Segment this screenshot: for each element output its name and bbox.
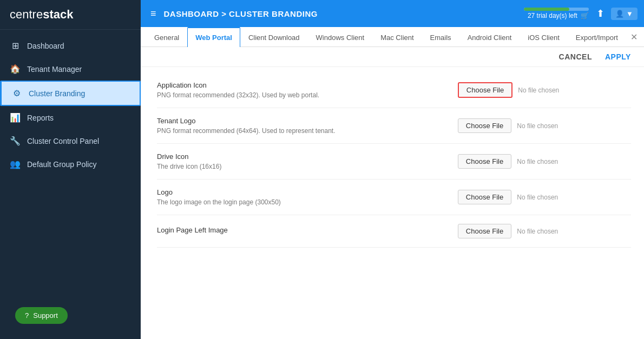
drive-icon-choose-file-button[interactable]: Choose File (458, 154, 511, 169)
topbar-icons: ⬆ 👤 ▼ (596, 8, 638, 20)
trial-info: 27 trial day(s) left 🛒 (524, 8, 589, 19)
sidebar-nav: ⊞ Dashboard 🏠 Tenant Manager ⚙ Cluster B… (0, 30, 141, 292)
sidebar-label-dashboard: Dashboard (27, 42, 64, 50)
login-image-choose-file-button[interactable]: Choose File (458, 224, 511, 238)
sidebar-label-cluster-branding: Cluster Branding (29, 89, 85, 98)
form-row-tenant-logo: Tenant Logo PNG format recommended (64x6… (157, 108, 631, 144)
tab-general[interactable]: General (146, 28, 187, 47)
tenant-logo-desc: PNG format recommended (64x64). Used to … (157, 127, 447, 135)
apply-button[interactable]: APPLY (605, 52, 631, 61)
user-avatar-icon: 👤 (615, 10, 624, 18)
topbar: ≡ DASHBOARD > CLUSTER BRANDING 27 trial … (141, 0, 644, 27)
reports-icon: 📊 (10, 112, 21, 123)
drive-icon-desc: The drive icon (16x16) (157, 163, 447, 170)
logo-no-file: No file chosen (517, 194, 558, 201)
content-area: Application Icon PNG format recommended … (141, 67, 644, 339)
support-label: Support (33, 311, 58, 320)
application-icon-control: Choose File No file chosen (458, 82, 631, 98)
drive-icon-info: Drive Icon The drive icon (16x16) (157, 152, 447, 170)
logo-info: Logo The logo image on the login page (3… (157, 188, 447, 206)
logo: centrestack (0, 0, 141, 30)
drive-icon-label: Drive Icon (157, 152, 447, 161)
dashboard-icon: ⊞ (10, 41, 21, 51)
tab-ios-client[interactable]: iOS Client (520, 28, 568, 47)
question-icon: ? (25, 311, 29, 320)
action-bar: CANCEL APPLY (141, 47, 644, 67)
logo-label: Logo (157, 188, 447, 196)
tab-client-download[interactable]: Client Download (240, 28, 308, 47)
tenant-logo-no-file: No file chosen (517, 122, 558, 130)
tenant-logo-label: Tenant Logo (157, 117, 447, 125)
form-row-application-icon: Application Icon PNG format recommended … (157, 72, 631, 108)
sidebar: centrestack ⊞ Dashboard 🏠 Tenant Manager… (0, 0, 141, 339)
sidebar-item-default-group-policy[interactable]: 👥 Default Group Policy (0, 152, 141, 176)
tab-windows-client[interactable]: Windows Client (308, 28, 373, 47)
logo-choose-file-button[interactable]: Choose File (458, 190, 511, 204)
tabs-bar: General Web Portal Client Download Windo… (141, 27, 644, 47)
logo-prefix: centre (10, 8, 43, 21)
tenant-icon: 🏠 (10, 64, 21, 74)
control-icon: 🔧 (10, 136, 21, 146)
application-icon-label: Application Icon (157, 81, 447, 89)
sidebar-label-group-policy: Default Group Policy (27, 160, 96, 169)
form-row-logo: Logo The logo image on the login page (3… (157, 180, 631, 215)
application-icon-choose-file-button[interactable]: Choose File (458, 82, 512, 98)
login-image-label: Login Page Left Image (157, 226, 447, 234)
menu-icon[interactable]: ≡ (150, 8, 156, 19)
application-icon-desc: PNG format recommended (32x32). Used by … (157, 91, 447, 99)
sidebar-support: ? Support (6, 298, 134, 333)
trial-progress-bar (524, 8, 589, 11)
sidebar-item-cluster-branding[interactable]: ⚙ Cluster Branding (0, 81, 141, 106)
sidebar-label-cluster-control: Cluster Control Panel (27, 137, 99, 145)
drive-icon-no-file: No file chosen (517, 158, 558, 165)
tab-web-portal[interactable]: Web Portal (187, 27, 240, 47)
form-row-drive-icon: Drive Icon The drive icon (16x16) Choose… (157, 144, 631, 180)
sidebar-label-reports: Reports (27, 114, 54, 122)
tab-android-client[interactable]: Android Client (459, 28, 520, 47)
tenant-logo-control: Choose File No file chosen (458, 118, 631, 133)
sidebar-item-tenant-manager[interactable]: 🏠 Tenant Manager (0, 57, 141, 81)
user-chevron-icon: ▼ (626, 10, 633, 18)
tab-emails[interactable]: Emails (422, 28, 459, 47)
cancel-button[interactable]: CANCEL (559, 52, 592, 61)
sidebar-label-tenant-manager: Tenant Manager (27, 65, 82, 74)
sidebar-item-cluster-control[interactable]: 🔧 Cluster Control Panel (0, 129, 141, 152)
tab-mac-client[interactable]: Mac Client (372, 28, 422, 47)
login-image-no-file: No file chosen (517, 228, 558, 235)
sidebar-item-dashboard[interactable]: ⊞ Dashboard (0, 34, 141, 57)
application-icon-info: Application Icon PNG format recommended … (157, 81, 447, 99)
tenant-logo-choose-file-button[interactable]: Choose File (458, 118, 511, 133)
content-inner: Application Icon PNG format recommended … (141, 67, 644, 258)
group-policy-icon: 👥 (10, 159, 21, 169)
trial-text: 27 trial day(s) left 🛒 (528, 12, 589, 19)
form-row-login-page-left-image: Login Page Left Image Choose File No fil… (157, 215, 631, 248)
login-image-control: Choose File No file chosen (458, 224, 631, 238)
drive-icon-control: Choose File No file chosen (458, 154, 631, 169)
logo-suffix: stack (43, 8, 73, 21)
support-button[interactable]: ? Support (15, 307, 68, 324)
login-image-info: Login Page Left Image (157, 226, 447, 236)
cart-icon[interactable]: 🛒 (581, 12, 589, 19)
logo-desc: The logo image on the login page (300x50… (157, 198, 447, 206)
tab-export-import[interactable]: Export/Import (568, 28, 626, 47)
logo-control: Choose File No file chosen (458, 190, 631, 204)
page-title: DASHBOARD > CLUSTER BRANDING (164, 9, 516, 18)
trial-progress-fill (524, 8, 569, 11)
application-icon-no-file: No file chosen (518, 87, 559, 94)
close-icon[interactable]: ✕ (626, 29, 642, 45)
user-menu[interactable]: 👤 ▼ (611, 8, 638, 20)
branding-icon: ⚙ (11, 88, 22, 98)
upload-icon[interactable]: ⬆ (596, 8, 604, 19)
trial-days-label: 27 trial day(s) left (528, 12, 577, 19)
sidebar-item-reports[interactable]: 📊 Reports (0, 106, 141, 129)
tenant-logo-info: Tenant Logo PNG format recommended (64x6… (157, 117, 447, 135)
main-area: ≡ DASHBOARD > CLUSTER BRANDING 27 trial … (141, 0, 644, 339)
